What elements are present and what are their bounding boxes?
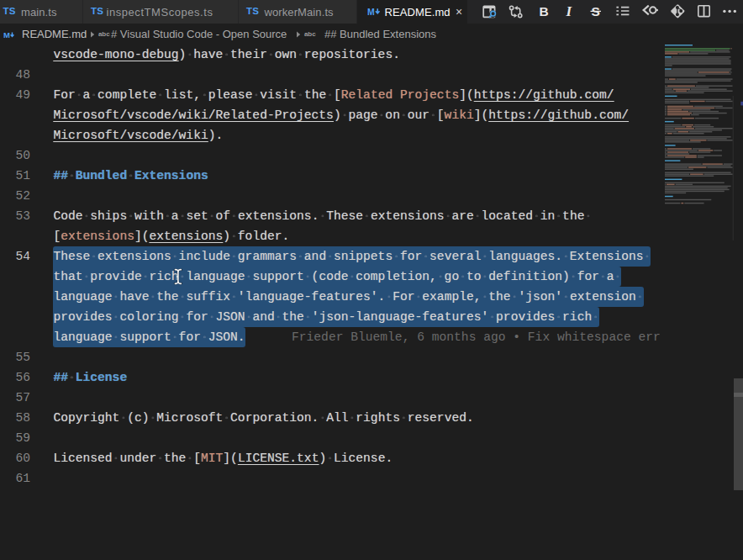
svg-text:B: B [540,4,549,18]
svg-text:I: I [566,3,573,19]
svg-text:M: M [3,30,10,40]
